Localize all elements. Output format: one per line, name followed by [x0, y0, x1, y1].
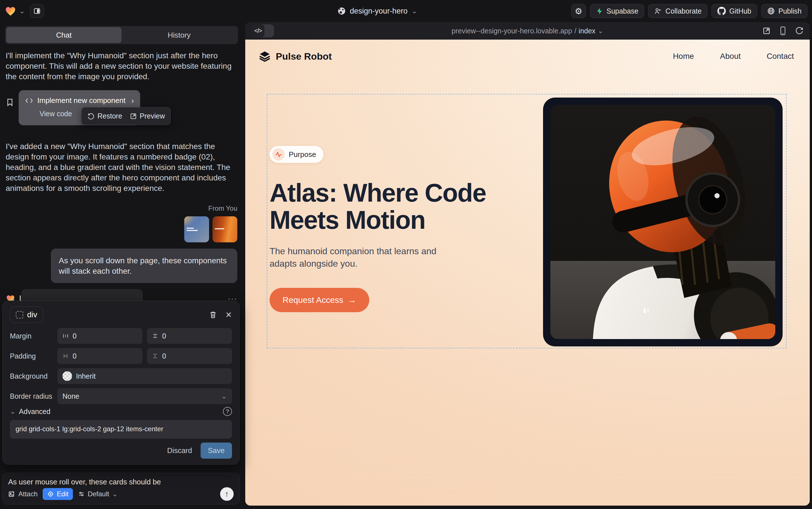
padding-vertical-icon [152, 353, 158, 359]
preview-url-bar[interactable]: preview--design-your-hero.lovable.app / … [451, 27, 603, 35]
arrow-right-icon: → [348, 295, 356, 305]
open-external-icon[interactable] [762, 27, 771, 35]
selected-element-pill[interactable]: div [10, 307, 43, 323]
transparency-swatch-icon [63, 371, 72, 381]
collaborate-label: Collaborate [665, 7, 702, 15]
hero-section-selected[interactable]: Purpose Atlas: Where Code Meets Motion T… [267, 94, 786, 348]
request-access-button[interactable]: Request Access → [269, 288, 369, 312]
attachment-thumbnail-blue[interactable] [184, 216, 209, 242]
code-preview-toggle[interactable]: </> [252, 24, 274, 37]
restore-icon [87, 112, 95, 120]
site-nav: Home About Contact [673, 52, 794, 61]
github-label: GitHub [729, 7, 751, 15]
bookmark-icon[interactable] [6, 98, 14, 107]
composer-input[interactable]: As user mouse roll over, these cards sho… [8, 478, 234, 486]
purpose-badge: Purpose [269, 146, 324, 163]
settings-button[interactable]: ⚙ [571, 4, 586, 18]
hero-subheading: The humanoid companion that learns and a… [269, 245, 456, 270]
site-canvas: Pulse Robot Home About Contact [245, 40, 810, 506]
code-icon [25, 98, 33, 104]
background-input[interactable]: Inherit [58, 368, 232, 384]
border-radius-select[interactable]: None ⌄ [58, 388, 232, 404]
github-icon [717, 7, 726, 15]
layers-icon [258, 50, 271, 63]
chevron-down-icon: ⌄ [112, 490, 117, 498]
publish-globe-icon [767, 7, 775, 15]
site-header: Pulse Robot Home About Contact [245, 40, 810, 63]
workspace-menu[interactable]: ⌄ [4, 4, 44, 18]
from-you-label: From You [6, 203, 237, 213]
supabase-button[interactable]: Supabase [590, 4, 644, 18]
margin-vertical-icon [152, 333, 158, 339]
restore-label: Restore [98, 111, 122, 121]
component-card-title: Implement new component [37, 95, 125, 106]
cta-label: Request Access [283, 295, 343, 305]
nav-contact[interactable]: Contact [767, 52, 794, 61]
padding-row: Padding 0 0 [10, 348, 232, 364]
padding-label: Padding [10, 352, 58, 360]
lovable-app: ⌄ design-your-hero ⌄ ⚙ [0, 0, 812, 509]
site-logo[interactable]: Pulse Robot [258, 50, 332, 63]
model-select[interactable]: Default ⌄ [78, 490, 117, 498]
send-button[interactable]: ↑ [220, 487, 234, 501]
save-button[interactable]: Save [200, 443, 232, 459]
hero-robot-card [543, 98, 783, 346]
preview-page: index [579, 27, 596, 35]
collaborate-users-icon [654, 7, 662, 15]
publish-button[interactable]: Publish [761, 4, 808, 18]
edit-mode-button[interactable]: Edit [43, 488, 73, 500]
assistant-message: I'll implement the "Why Humanoid" sectio… [6, 50, 237, 82]
version-actions: Restore Preview [81, 107, 171, 125]
padding-x-input[interactable]: 0 [58, 348, 142, 364]
element-inspector: div ✕ Margin 0 [2, 301, 239, 465]
border-radius-value: None [63, 392, 79, 400]
chat-panel: Chat History I'll implement the "Why Hum… [0, 22, 243, 509]
preview-label: Preview [140, 111, 165, 121]
brand-name: Pulse Robot [276, 51, 332, 62]
sliders-icon [78, 490, 85, 498]
padding-y-input[interactable]: 0 [147, 348, 232, 364]
mobile-view-icon[interactable] [779, 26, 786, 35]
nav-home[interactable]: Home [673, 52, 694, 61]
trash-icon[interactable] [209, 310, 217, 319]
sidebar-toggle-button[interactable] [30, 4, 44, 18]
advanced-classes-textarea[interactable]: grid grid-cols-1 lg:grid-cols-2 gap-12 i… [10, 420, 232, 439]
advanced-label: Advanced [19, 407, 50, 416]
restore-button[interactable]: Restore [87, 111, 122, 121]
refresh-icon[interactable] [795, 27, 804, 35]
component-edit-row: Implement new component › View code Rest… [6, 90, 237, 125]
external-link-icon [130, 112, 137, 120]
project-switcher[interactable]: design-your-hero ⌄ [337, 0, 417, 22]
mode-label: Default [87, 490, 109, 498]
advanced-section-header[interactable]: ⌄ Advanced ? [10, 407, 232, 416]
github-button[interactable]: GitHub [711, 4, 757, 18]
margin-x-input[interactable]: 0 [58, 328, 142, 344]
panel-icon [33, 7, 41, 15]
thumb-text-line [186, 228, 194, 229]
margin-x-value: 0 [73, 332, 77, 340]
chat-composer[interactable]: As user mouse roll over, these cards sho… [2, 473, 239, 505]
attachment-thumbnail-orange[interactable] [213, 216, 237, 242]
nav-about[interactable]: About [720, 52, 740, 61]
toggle-knob [264, 24, 274, 37]
attachments [6, 216, 237, 242]
padding-x-value: 0 [73, 352, 77, 360]
tab-chat[interactable]: Chat [6, 27, 121, 43]
path-separator: / [575, 27, 576, 35]
preview-button[interactable]: Preview [130, 111, 165, 121]
thumb-text-line [215, 228, 224, 229]
pulse-icon [275, 151, 282, 158]
help-icon[interactable]: ? [223, 407, 232, 416]
padding-horizontal-icon [63, 353, 69, 359]
close-icon[interactable]: ✕ [225, 310, 232, 319]
tab-history[interactable]: History [121, 27, 237, 43]
badge-label: Purpose [289, 150, 316, 159]
margin-y-input[interactable]: 0 [147, 328, 232, 344]
collaborate-button[interactable]: Collaborate [648, 4, 707, 18]
background-label: Background [10, 372, 58, 380]
assistant-message: I've added a new "Why Humanoid" section … [6, 141, 237, 194]
discard-button[interactable]: Discard [167, 446, 192, 455]
chevron-down-icon: ⌄ [221, 393, 227, 400]
preview-pane: </> preview--design-your-hero.lovable.ap… [245, 22, 810, 506]
attach-button[interactable]: Attach [8, 490, 38, 498]
